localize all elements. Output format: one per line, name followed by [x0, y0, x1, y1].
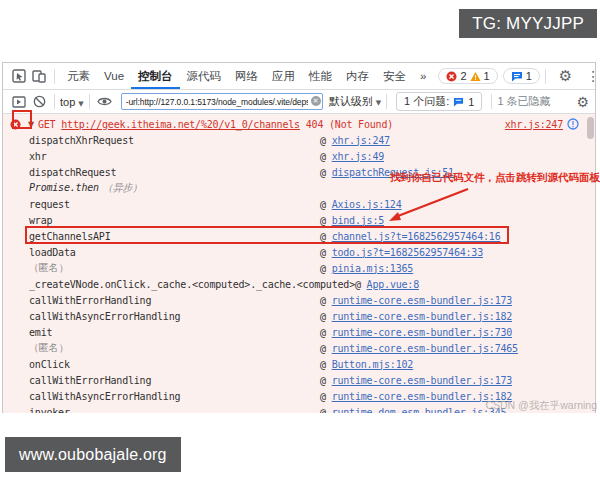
- source-link[interactable]: runtime-core.esm-bundler.js:7465: [332, 343, 518, 354]
- stack-frame-name: dispatchRequest: [29, 167, 116, 178]
- issue-link-icon[interactable]: [567, 118, 579, 130]
- stack-frame-location: @ runtime-core.esm-bundler.js:173: [320, 295, 512, 306]
- source-link[interactable]: xhr.js:247: [332, 135, 390, 146]
- devtools-panel: 元素Vue控制台源代码网络应用性能内存安全» 2 1 1 ⚙ ⋮ ✕ top▼: [2, 62, 596, 413]
- log-level-dropdown[interactable]: 默认级别▼: [329, 94, 381, 109]
- stack-frame-location: @ App.vue:8: [355, 279, 419, 290]
- console-toolbar: top▼ ✕ 默认级别▼ 1 个问题: 1 1 条已隐藏 ⚙: [3, 90, 595, 114]
- at-symbol: @: [320, 375, 332, 386]
- stack-frame-name: callWithErrorHandling: [29, 295, 151, 306]
- at-symbol: @: [320, 391, 332, 402]
- tab-7[interactable]: 内存: [339, 64, 376, 89]
- source-link[interactable]: Axios.js:124: [332, 199, 402, 210]
- source-link[interactable]: Button.mjs:102: [332, 359, 414, 370]
- issues-count: 1: [526, 70, 532, 82]
- issues-label: 1 个问题:: [404, 94, 449, 109]
- at-symbol: @: [320, 359, 332, 370]
- stack-frame-name-cell: _createVNode.onClick._cache.<computed>._…: [29, 279, 355, 290]
- source-link[interactable]: App.vue:8: [367, 279, 419, 290]
- context-selector[interactable]: top▼: [60, 96, 84, 108]
- warning-count: 1: [484, 70, 490, 82]
- source-link[interactable]: runtime-dom.esm-bundler.js:345: [332, 407, 507, 414]
- stack-frame-name: （匿名）: [29, 262, 68, 273]
- stack-frame-row: request@ Axios.js:124: [3, 196, 595, 212]
- stack-frame-row: _createVNode.onClick._cache.<computed>._…: [3, 276, 595, 292]
- scrollbar-thumb[interactable]: [587, 117, 594, 139]
- source-link[interactable]: channel.js?t=1682562957464:16: [332, 231, 501, 242]
- stack-frame-name: getChannelsAPI: [29, 231, 111, 242]
- error-count-icon: [446, 71, 457, 82]
- live-expression-eye-icon[interactable]: [95, 92, 115, 112]
- at-symbol: @: [320, 231, 332, 242]
- clear-console-icon[interactable]: [29, 92, 49, 112]
- console-sidebar-toggle-icon[interactable]: [9, 92, 29, 112]
- source-link[interactable]: runtime-core.esm-bundler.js:182: [332, 311, 512, 322]
- tab-0[interactable]: 元素: [60, 64, 97, 89]
- at-symbol: @: [320, 135, 332, 146]
- stack-frame-row: callWithErrorHandling@ runtime-core.esm-…: [3, 292, 595, 308]
- source-link[interactable]: pinia.mjs:1365: [332, 263, 414, 274]
- tab-8[interactable]: 安全: [376, 64, 413, 89]
- clear-filter-icon[interactable]: ✕: [311, 96, 321, 106]
- stack-frame-name-cell: （匿名）: [29, 261, 320, 275]
- tab-3[interactable]: 源代码: [180, 64, 229, 89]
- stack-frame-name-cell: （匿名）: [29, 341, 320, 355]
- stack-frame-row: （匿名）@ runtime-core.esm-bundler.js:7465: [3, 340, 595, 356]
- http-method: GET: [38, 119, 55, 130]
- divider: [545, 69, 546, 84]
- settings-gear-icon[interactable]: ⚙: [559, 67, 572, 85]
- more-tabs-chevron[interactable]: »: [413, 64, 433, 89]
- stack-frame-name: callWithErrorHandling: [29, 375, 151, 386]
- source-link[interactable]: todo.js?t=1682562957464:33: [332, 247, 483, 258]
- stack-frame-name: onClick: [29, 359, 70, 370]
- stack-frame-location: @ runtime-dom.esm-bundler.js:345: [320, 407, 506, 414]
- more-options-kebab-icon[interactable]: ⋮: [586, 68, 600, 84]
- error-source-link[interactable]: xhr.js:247: [505, 119, 563, 130]
- issues-counter-button[interactable]: 1 个问题: 1: [396, 92, 482, 111]
- stack-frame-name: xhr: [29, 151, 46, 162]
- stack-frame-row: emit@ runtime-core.esm-bundler.js:730: [3, 324, 595, 340]
- stack-frame-location: @ runtime-core.esm-bundler.js:173: [320, 375, 512, 386]
- at-symbol: @: [320, 247, 332, 258]
- source-link[interactable]: xhr.js:49: [332, 151, 384, 162]
- source-link[interactable]: runtime-core.esm-bundler.js:173: [332, 295, 512, 306]
- site-watermark-badge: www.oubobajale.org: [5, 437, 181, 472]
- async-label: （异步）: [103, 182, 142, 193]
- console-settings-gear-icon[interactable]: ⚙: [576, 94, 589, 110]
- device-toolbar-icon[interactable]: [29, 66, 49, 86]
- source-link[interactable]: runtime-core.esm-bundler.js:730: [332, 327, 512, 338]
- console-filter-input[interactable]: [121, 93, 323, 110]
- stack-frame-name-cell: callWithErrorHandling: [29, 295, 320, 306]
- stack-frame-location: @ pinia.mjs:1365: [320, 263, 413, 274]
- stack-frame-name: callWithAsyncErrorHandling: [29, 391, 180, 402]
- issues-badge[interactable]: 1: [503, 68, 540, 84]
- stack-frame-name: _createVNode.onClick._cache.<computed>._…: [29, 279, 355, 290]
- stack-frame-name-cell: Promise.then（异步）: [29, 181, 320, 195]
- stack-frame-location: @ runtime-core.esm-bundler.js:182: [320, 311, 512, 322]
- divider: [54, 69, 55, 84]
- source-link[interactable]: runtime-core.esm-bundler.js:173: [332, 375, 512, 386]
- stack-frame-name-cell: request: [29, 199, 320, 210]
- stack-frame-location: @ Button.mjs:102: [320, 359, 413, 370]
- tab-5[interactable]: 应用: [265, 64, 302, 89]
- stack-frame-name: callWithAsyncErrorHandling: [29, 311, 180, 322]
- tab-6[interactable]: 性能: [302, 64, 339, 89]
- stack-frame-row: （匿名）@ pinia.mjs:1365: [3, 260, 595, 276]
- stack-frame-name-cell: getChannelsAPI: [29, 231, 320, 242]
- console-status-badges[interactable]: 2 1: [438, 68, 497, 84]
- devtools-tabs: 元素Vue控制台源代码网络应用性能内存安全»: [60, 64, 433, 89]
- issues-icon: [453, 97, 464, 107]
- source-link[interactable]: bind.js:5: [332, 215, 384, 226]
- stack-frame-row: xhr@ xhr.js:49: [3, 148, 595, 164]
- tab-1[interactable]: Vue: [97, 64, 131, 89]
- request-url-link[interactable]: http://geek.itheima.net/%20/v1_0/channel…: [61, 119, 300, 130]
- tab-2[interactable]: 控制台: [131, 64, 180, 89]
- console-scrollbar[interactable]: [587, 115, 594, 411]
- divider: [491, 94, 492, 109]
- warning-count-icon: [470, 71, 481, 82]
- filter-field-wrap: ✕: [121, 93, 323, 110]
- expand-triangle-icon[interactable]: ▼: [28, 120, 34, 129]
- inspect-element-icon[interactable]: [9, 66, 29, 86]
- tab-4[interactable]: 网络: [228, 64, 265, 89]
- divider: [386, 94, 387, 109]
